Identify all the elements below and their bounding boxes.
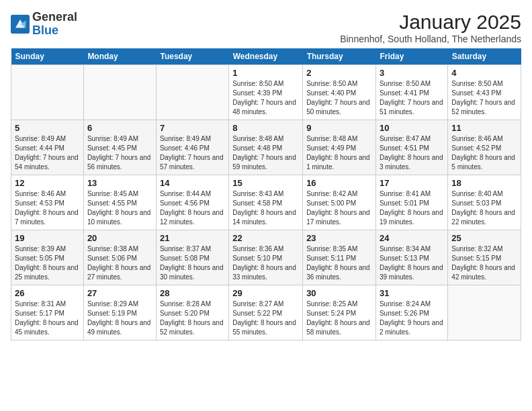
logo-line2: Blue bbox=[32, 24, 77, 38]
calendar-cell: 31Sunrise: 8:24 AM Sunset: 5:26 PM Dayli… bbox=[375, 285, 447, 340]
day-number: 19 bbox=[15, 233, 80, 243]
calendar-header-row: SundayMondayTuesdayWednesdayThursdayFrid… bbox=[11, 48, 521, 65]
calendar-cell: 22Sunrise: 8:36 AM Sunset: 5:10 PM Dayli… bbox=[229, 230, 303, 285]
logo-icon bbox=[11, 15, 30, 34]
month-title: January 2025 bbox=[340, 11, 521, 34]
calendar-cell: 23Sunrise: 8:35 AM Sunset: 5:11 PM Dayli… bbox=[303, 230, 376, 285]
day-info: Sunrise: 8:39 AM Sunset: 5:05 PM Dayligh… bbox=[15, 244, 80, 282]
day-info: Sunrise: 8:50 AM Sunset: 4:43 PM Dayligh… bbox=[451, 79, 517, 117]
calendar-cell: 15Sunrise: 8:43 AM Sunset: 4:58 PM Dayli… bbox=[229, 175, 303, 230]
day-number: 12 bbox=[15, 178, 80, 188]
calendar-cell bbox=[11, 65, 84, 120]
day-number: 11 bbox=[451, 123, 517, 133]
day-number: 23 bbox=[306, 233, 372, 243]
calendar-cell: 14Sunrise: 8:44 AM Sunset: 4:56 PM Dayli… bbox=[156, 175, 228, 230]
day-info: Sunrise: 8:29 AM Sunset: 5:19 PM Dayligh… bbox=[87, 300, 152, 337]
day-info: Sunrise: 8:49 AM Sunset: 4:46 PM Dayligh… bbox=[160, 134, 225, 172]
calendar-week-3: 19Sunrise: 8:39 AM Sunset: 5:05 PM Dayli… bbox=[11, 230, 521, 285]
calendar-cell: 29Sunrise: 8:27 AM Sunset: 5:22 PM Dayli… bbox=[229, 285, 303, 340]
day-info: Sunrise: 8:37 AM Sunset: 5:08 PM Dayligh… bbox=[160, 244, 225, 282]
calendar-header-saturday: Saturday bbox=[448, 48, 521, 65]
calendar-cell: 17Sunrise: 8:41 AM Sunset: 5:01 PM Dayli… bbox=[375, 175, 447, 230]
calendar-header-monday: Monday bbox=[83, 48, 156, 65]
day-info: Sunrise: 8:50 AM Sunset: 4:39 PM Dayligh… bbox=[232, 79, 299, 117]
calendar-cell: 18Sunrise: 8:40 AM Sunset: 5:03 PM Dayli… bbox=[448, 175, 521, 230]
day-number: 15 bbox=[232, 178, 299, 188]
day-info: Sunrise: 8:45 AM Sunset: 4:55 PM Dayligh… bbox=[87, 189, 152, 227]
calendar-cell: 13Sunrise: 8:45 AM Sunset: 4:55 PM Dayli… bbox=[83, 175, 156, 230]
day-info: Sunrise: 8:46 AM Sunset: 4:52 PM Dayligh… bbox=[451, 134, 517, 172]
day-info: Sunrise: 8:40 AM Sunset: 5:03 PM Dayligh… bbox=[451, 189, 517, 227]
day-number: 6 bbox=[87, 123, 152, 133]
calendar-cell: 12Sunrise: 8:46 AM Sunset: 4:53 PM Dayli… bbox=[11, 175, 84, 230]
day-info: Sunrise: 8:43 AM Sunset: 4:58 PM Dayligh… bbox=[232, 189, 299, 227]
day-number: 28 bbox=[160, 288, 225, 298]
day-number: 4 bbox=[451, 68, 517, 78]
day-number: 3 bbox=[380, 68, 444, 78]
day-info: Sunrise: 8:25 AM Sunset: 5:24 PM Dayligh… bbox=[306, 300, 372, 337]
day-number: 10 bbox=[380, 123, 444, 133]
day-number: 2 bbox=[306, 68, 372, 78]
calendar-cell: 21Sunrise: 8:37 AM Sunset: 5:08 PM Dayli… bbox=[156, 230, 228, 285]
calendar-table: SundayMondayTuesdayWednesdayThursdayFrid… bbox=[11, 48, 521, 340]
day-info: Sunrise: 8:48 AM Sunset: 4:48 PM Dayligh… bbox=[232, 134, 299, 172]
calendar-cell: 4Sunrise: 8:50 AM Sunset: 4:43 PM Daylig… bbox=[448, 65, 521, 120]
day-number: 18 bbox=[451, 178, 517, 188]
day-number: 16 bbox=[306, 178, 372, 188]
calendar-cell: 3Sunrise: 8:50 AM Sunset: 4:41 PM Daylig… bbox=[375, 65, 447, 120]
calendar-cell: 5Sunrise: 8:49 AM Sunset: 4:44 PM Daylig… bbox=[11, 120, 84, 175]
calendar-cell: 11Sunrise: 8:46 AM Sunset: 4:52 PM Dayli… bbox=[448, 120, 521, 175]
calendar-cell bbox=[448, 285, 521, 340]
day-info: Sunrise: 8:50 AM Sunset: 4:41 PM Dayligh… bbox=[380, 79, 444, 117]
calendar-week-1: 5Sunrise: 8:49 AM Sunset: 4:44 PM Daylig… bbox=[11, 120, 521, 175]
day-number: 30 bbox=[306, 288, 372, 298]
calendar-cell: 9Sunrise: 8:48 AM Sunset: 4:49 PM Daylig… bbox=[303, 120, 376, 175]
day-number: 26 bbox=[15, 288, 80, 298]
day-info: Sunrise: 8:32 AM Sunset: 5:15 PM Dayligh… bbox=[451, 244, 517, 282]
calendar-week-0: 1Sunrise: 8:50 AM Sunset: 4:39 PM Daylig… bbox=[11, 65, 521, 120]
calendar-week-4: 26Sunrise: 8:31 AM Sunset: 5:17 PM Dayli… bbox=[11, 285, 521, 340]
day-number: 14 bbox=[160, 178, 225, 188]
calendar-cell: 16Sunrise: 8:42 AM Sunset: 5:00 PM Dayli… bbox=[303, 175, 376, 230]
day-info: Sunrise: 8:42 AM Sunset: 5:00 PM Dayligh… bbox=[306, 189, 372, 227]
day-number: 13 bbox=[87, 178, 152, 188]
day-info: Sunrise: 8:35 AM Sunset: 5:11 PM Dayligh… bbox=[306, 244, 372, 282]
calendar-cell: 30Sunrise: 8:25 AM Sunset: 5:24 PM Dayli… bbox=[303, 285, 376, 340]
calendar-header-friday: Friday bbox=[375, 48, 447, 65]
calendar-cell: 24Sunrise: 8:34 AM Sunset: 5:13 PM Dayli… bbox=[375, 230, 447, 285]
logo: General Blue bbox=[11, 11, 77, 38]
day-number: 21 bbox=[160, 233, 225, 243]
day-number: 27 bbox=[87, 288, 152, 298]
logo-line1: General bbox=[32, 11, 77, 24]
calendar-header-thursday: Thursday bbox=[303, 48, 376, 65]
calendar-cell: 1Sunrise: 8:50 AM Sunset: 4:39 PM Daylig… bbox=[229, 65, 303, 120]
calendar-cell: 7Sunrise: 8:49 AM Sunset: 4:46 PM Daylig… bbox=[156, 120, 228, 175]
calendar-header-sunday: Sunday bbox=[11, 48, 84, 65]
day-info: Sunrise: 8:46 AM Sunset: 4:53 PM Dayligh… bbox=[15, 189, 80, 227]
calendar-cell: 25Sunrise: 8:32 AM Sunset: 5:15 PM Dayli… bbox=[448, 230, 521, 285]
day-info: Sunrise: 8:49 AM Sunset: 4:45 PM Dayligh… bbox=[87, 134, 152, 172]
day-number: 8 bbox=[232, 123, 299, 133]
calendar-cell: 27Sunrise: 8:29 AM Sunset: 5:19 PM Dayli… bbox=[83, 285, 156, 340]
calendar-header-tuesday: Tuesday bbox=[156, 48, 228, 65]
day-number: 22 bbox=[232, 233, 299, 243]
day-number: 25 bbox=[451, 233, 517, 243]
title-block: January 2025 Binnenhof, South Holland, T… bbox=[340, 11, 521, 44]
day-number: 20 bbox=[87, 233, 152, 243]
calendar-cell: 2Sunrise: 8:50 AM Sunset: 4:40 PM Daylig… bbox=[303, 65, 376, 120]
day-number: 9 bbox=[306, 123, 372, 133]
day-info: Sunrise: 8:50 AM Sunset: 4:40 PM Dayligh… bbox=[306, 79, 372, 117]
day-info: Sunrise: 8:49 AM Sunset: 4:44 PM Dayligh… bbox=[15, 134, 80, 172]
calendar-body: 1Sunrise: 8:50 AM Sunset: 4:39 PM Daylig… bbox=[11, 65, 521, 340]
day-info: Sunrise: 8:47 AM Sunset: 4:51 PM Dayligh… bbox=[380, 134, 444, 172]
day-info: Sunrise: 8:24 AM Sunset: 5:26 PM Dayligh… bbox=[380, 300, 444, 337]
day-number: 7 bbox=[160, 123, 225, 133]
calendar-cell: 20Sunrise: 8:38 AM Sunset: 5:06 PM Dayli… bbox=[83, 230, 156, 285]
day-number: 17 bbox=[380, 178, 444, 188]
day-number: 24 bbox=[380, 233, 444, 243]
location-title: Binnenhof, South Holland, The Netherland… bbox=[340, 34, 521, 44]
calendar-week-2: 12Sunrise: 8:46 AM Sunset: 4:53 PM Dayli… bbox=[11, 175, 521, 230]
calendar-cell: 19Sunrise: 8:39 AM Sunset: 5:05 PM Dayli… bbox=[11, 230, 84, 285]
day-info: Sunrise: 8:28 AM Sunset: 5:20 PM Dayligh… bbox=[160, 300, 225, 337]
day-info: Sunrise: 8:27 AM Sunset: 5:22 PM Dayligh… bbox=[232, 300, 299, 337]
